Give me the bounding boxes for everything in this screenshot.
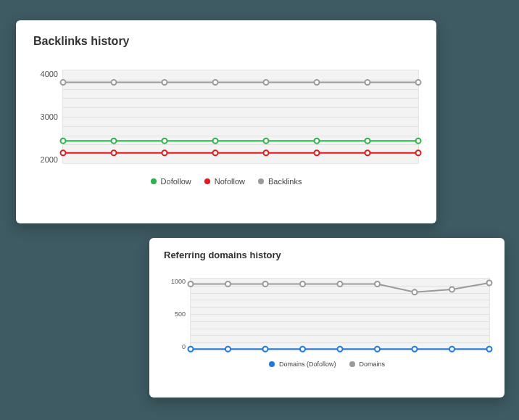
legend-item-nofollow: Nofollow (204, 177, 245, 186)
svg-point-20 (264, 80, 269, 85)
legend: Domains (Dofollow) Domains (164, 361, 490, 368)
svg-point-33 (188, 281, 194, 287)
chart-area (62, 70, 419, 164)
svg-point-5 (315, 139, 320, 144)
legend-dot-icon (269, 361, 275, 367)
svg-point-38 (375, 281, 380, 287)
svg-point-32 (487, 347, 492, 352)
svg-point-28 (338, 347, 343, 352)
svg-point-40 (449, 287, 454, 292)
svg-point-36 (300, 281, 305, 287)
svg-point-15 (416, 150, 421, 155)
svg-point-27 (300, 347, 305, 352)
svg-point-17 (112, 80, 117, 85)
svg-point-35 (263, 281, 268, 287)
svg-point-34 (225, 281, 231, 287)
svg-point-9 (112, 150, 117, 155)
svg-point-14 (365, 150, 370, 155)
svg-point-8 (61, 150, 66, 155)
svg-point-25 (225, 347, 231, 352)
svg-point-10 (162, 150, 167, 155)
card-title: Referring domains history (164, 250, 490, 260)
svg-point-29 (375, 347, 380, 352)
plot-wrap: 4000 3000 2000 (33, 55, 419, 164)
backlinks-history-card: Backlinks history 4000 3000 2000 Dofollo… (16, 20, 436, 223)
svg-point-19 (213, 80, 218, 85)
y-tick: 3000 (33, 112, 58, 121)
svg-point-31 (449, 347, 454, 352)
legend-dot-icon (258, 178, 264, 184)
svg-point-23 (416, 80, 421, 85)
y-tick: 2000 (33, 155, 58, 164)
svg-point-24 (188, 347, 194, 352)
legend-dot-icon (151, 178, 157, 184)
svg-point-22 (365, 80, 370, 85)
legend-label: Domains (Dofollow) (279, 361, 336, 368)
legend-item-backlinks: Backlinks (258, 177, 302, 186)
svg-point-39 (412, 289, 418, 295)
legend-item-dofollow: Dofollow (151, 177, 191, 186)
y-tick: 1000 (164, 278, 186, 285)
svg-point-0 (61, 139, 66, 144)
svg-point-1 (112, 139, 117, 144)
svg-point-18 (162, 80, 167, 85)
svg-point-11 (213, 150, 218, 155)
svg-point-16 (61, 80, 66, 85)
legend-item-domains: Domains (349, 361, 386, 368)
referring-domains-card: Referring domains history 1000 500 0 Dom… (149, 238, 505, 398)
plot-wrap: 1000 500 0 (164, 268, 490, 350)
legend-dot-icon (349, 361, 355, 367)
y-tick: 0 (164, 343, 186, 350)
svg-point-13 (315, 150, 320, 155)
legend-item-domains-dofollow: Domains (Dofollow) (269, 361, 336, 368)
svg-point-37 (338, 281, 343, 287)
legend-dot-icon (204, 178, 210, 184)
svg-point-21 (315, 80, 320, 85)
y-tick: 4000 (33, 70, 58, 78)
svg-point-4 (264, 139, 269, 144)
y-tick: 500 (164, 310, 186, 318)
svg-point-2 (162, 139, 167, 144)
svg-point-12 (264, 150, 269, 155)
svg-point-41 (487, 281, 492, 286)
y-axis: 4000 3000 2000 (33, 70, 62, 164)
y-axis: 1000 500 0 (164, 278, 190, 350)
svg-point-3 (213, 139, 218, 144)
legend: Dofollow Nofollow Backlinks (33, 177, 419, 186)
card-title: Backlinks history (33, 35, 419, 48)
svg-point-6 (365, 139, 370, 144)
svg-point-7 (416, 139, 421, 144)
svg-point-30 (412, 347, 418, 352)
legend-label: Dofollow (161, 177, 191, 186)
legend-label: Domains (360, 361, 386, 368)
svg-point-26 (263, 347, 268, 352)
legend-label: Backlinks (268, 177, 302, 186)
legend-label: Nofollow (215, 177, 245, 186)
chart-area (190, 278, 490, 350)
